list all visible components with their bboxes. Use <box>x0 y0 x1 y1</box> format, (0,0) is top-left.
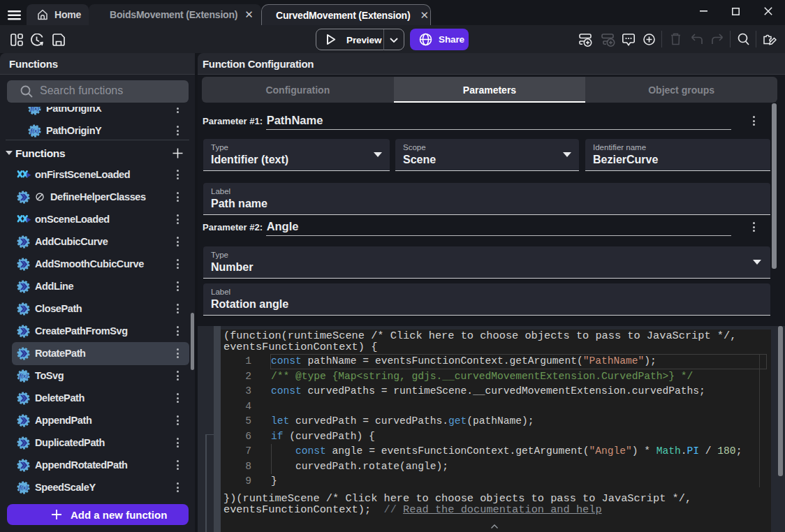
svg-text:f(x): f(x) <box>30 127 39 134</box>
svg-text:f(x): f(x) <box>19 372 28 379</box>
svg-text:f(x): f(x) <box>19 484 28 491</box>
svg-text:f(x): f(x) <box>30 107 39 112</box>
